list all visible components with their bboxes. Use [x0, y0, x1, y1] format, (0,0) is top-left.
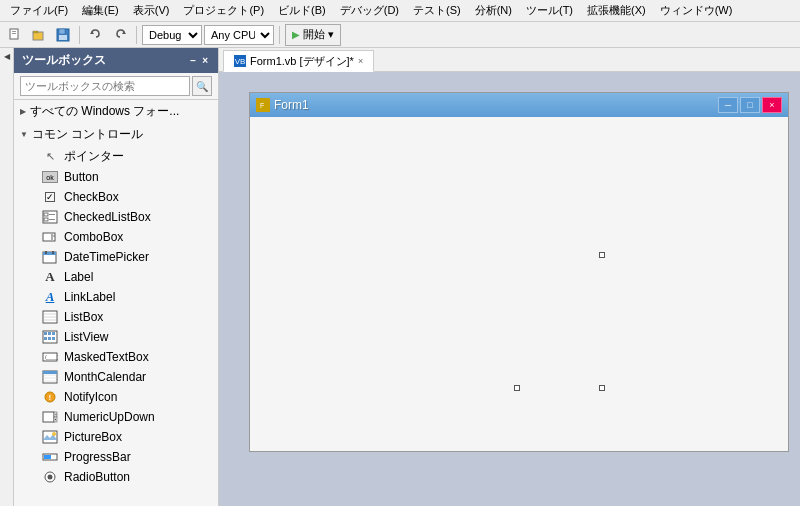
toolbox-item-label: RadioButton: [64, 470, 130, 484]
design-surface[interactable]: F Form1 ─ □ ×: [219, 72, 800, 506]
svg-rect-31: [48, 337, 51, 340]
tab-close-button[interactable]: ×: [358, 56, 363, 66]
toolbox-item-notifyicon[interactable]: ! NotifyIcon: [14, 387, 218, 407]
main-content: VB Form1.vb [デザイン]* × F Form1 ─ □ ×: [219, 48, 800, 506]
label-icon: A: [42, 269, 58, 285]
svg-rect-7: [59, 35, 67, 40]
monthcalendar-icon: [42, 369, 58, 385]
checkbox-icon: ✓: [42, 189, 58, 205]
svg-rect-42: [43, 412, 54, 422]
button-icon: ok: [42, 169, 58, 185]
progressbar-icon: [42, 449, 58, 465]
toolbox-item-button[interactable]: ok Button: [14, 167, 218, 187]
svg-marker-9: [122, 31, 126, 34]
form-close-button[interactable]: ×: [762, 97, 782, 113]
menu-ファイル[interactable]: ファイル(F): [4, 1, 74, 20]
toolbox-item-label: ポインター: [64, 148, 124, 165]
form-window[interactable]: F Form1 ─ □ ×: [249, 92, 789, 452]
svg-text:(___): (___): [45, 354, 58, 360]
listview-icon: [42, 329, 58, 345]
redo-button[interactable]: [109, 24, 131, 46]
toolbar-separator-3: [279, 26, 280, 44]
start-dropdown-arrow[interactable]: ▾: [328, 28, 334, 41]
svg-rect-36: [43, 371, 57, 374]
section-label-common: コモン コントロール: [32, 126, 143, 143]
toolbox-item-progressbar[interactable]: ProgressBar: [14, 447, 218, 467]
toolbox-item-monthcalendar[interactable]: MonthCalendar: [14, 367, 218, 387]
start-label: 開始: [303, 27, 325, 42]
toolbox-item-label[interactable]: A Label: [14, 267, 218, 287]
menu-ウィンドウ[interactable]: ウィンドウ(W): [654, 1, 739, 20]
toolbox-item-label: Label: [64, 270, 93, 284]
toolbox-item-checkbox[interactable]: ✓ CheckBox: [14, 187, 218, 207]
menu-編集[interactable]: 編集(E): [76, 1, 125, 20]
toolbox-pin-button[interactable]: −: [188, 55, 198, 66]
toolbox-item-combobox[interactable]: ComboBox: [14, 227, 218, 247]
form-minimize-button[interactable]: ─: [718, 97, 738, 113]
combobox-icon: [42, 229, 58, 245]
toolbox-item-checkedlistbox[interactable]: CheckedListBox: [14, 207, 218, 227]
undo-button[interactable]: [85, 24, 107, 46]
start-button[interactable]: ▶ 開始 ▾: [285, 24, 341, 46]
toolbar-separator-2: [136, 26, 137, 44]
tab-form1-design[interactable]: VB Form1.vb [デザイン]* ×: [223, 50, 374, 72]
menu-ツール[interactable]: ツール(T): [520, 1, 579, 20]
menu-分析[interactable]: 分析(N): [469, 1, 518, 20]
maskedtextbox-icon: (___): [42, 349, 58, 365]
toolbox-section-common[interactable]: ▼ コモン コントロール: [14, 123, 218, 146]
search-icon-button[interactable]: 🔍: [192, 76, 212, 96]
menu-表示[interactable]: 表示(V): [127, 1, 176, 20]
svg-text:F: F: [260, 102, 264, 109]
form-resize-handle-right[interactable]: [599, 252, 605, 258]
section-arrow-all-windows: ▶: [20, 107, 26, 116]
toolbox-item-label: LinkLabel: [64, 290, 115, 304]
menu-デバッグ[interactable]: デバッグ(D): [334, 1, 405, 20]
toolbox-item-label: NotifyIcon: [64, 390, 117, 404]
menu-ビルド[interactable]: ビルド(B): [272, 1, 332, 20]
toolbox-item-label: DateTimePicker: [64, 250, 149, 264]
form-maximize-button[interactable]: □: [740, 97, 760, 113]
toolbox-item-listview[interactable]: ListView: [14, 327, 218, 347]
toolbox-section-all-windows[interactable]: ▶ すべての Windows フォー...: [14, 100, 218, 123]
toolbox-item-linklabel[interactable]: A LinkLabel: [14, 287, 218, 307]
new-project-button[interactable]: [4, 24, 26, 46]
toolbar: Debug Release Any CPU x86 x64 ▶ 開始 ▾: [0, 22, 800, 48]
main-layout: ◀ ツールボックス − × 🔍 ▶ すべての Windows フォー... ▼ …: [0, 48, 800, 506]
toolbox-item-pointer[interactable]: ↖ ポインター: [14, 146, 218, 167]
left-strip: ◀: [0, 48, 14, 506]
toolbox-close-button[interactable]: ×: [200, 55, 210, 66]
toolbox-item-label: ListBox: [64, 310, 103, 324]
svg-rect-1: [12, 31, 16, 32]
svg-marker-8: [90, 31, 94, 34]
toolbox-item-numericupdown[interactable]: NumericUpDown: [14, 407, 218, 427]
open-file-button[interactable]: [28, 24, 50, 46]
toolbar-separator-1: [79, 26, 80, 44]
form-resize-handle-bottom[interactable]: [514, 385, 520, 391]
toolbox-item-datetimepicker[interactable]: DateTimePicker: [14, 247, 218, 267]
toolbox-item-radiobutton[interactable]: RadioButton: [14, 467, 218, 487]
toolbox-item-listbox[interactable]: ListBox: [14, 307, 218, 327]
section-label-all-windows: すべての Windows フォー...: [30, 103, 179, 120]
svg-rect-27: [44, 332, 47, 335]
toolbox-item-label: ComboBox: [64, 230, 123, 244]
save-button[interactable]: [52, 24, 74, 46]
menu-拡張機能[interactable]: 拡張機能(X): [581, 1, 652, 20]
form-title-bar: F Form1 ─ □ ×: [250, 93, 788, 117]
debug-config-select[interactable]: Debug Release: [142, 25, 202, 45]
form-title-text: Form1: [270, 98, 718, 112]
toolbox-search-input[interactable]: [20, 76, 190, 96]
svg-rect-51: [44, 455, 51, 459]
toolbox-item-picturebox[interactable]: PictureBox: [14, 427, 218, 447]
menu-テスト[interactable]: テスト(S): [407, 1, 467, 20]
toolbox-item-label: ProgressBar: [64, 450, 131, 464]
listbox-icon: [42, 309, 58, 325]
form-resize-handle-corner[interactable]: [599, 385, 605, 391]
svg-rect-6: [59, 29, 65, 34]
section-arrow-common: ▼: [20, 130, 28, 139]
toolbox-panel: ツールボックス − × 🔍 ▶ すべての Windows フォー... ▼ コモ…: [14, 48, 219, 506]
menu-プロジェクト[interactable]: プロジェクト(P): [177, 1, 270, 20]
picturebox-icon: [42, 429, 58, 445]
cpu-config-select[interactable]: Any CPU x86 x64: [204, 25, 274, 45]
toolbox-item-maskedtextbox[interactable]: (___) MaskedTextBox: [14, 347, 218, 367]
left-strip-arrow[interactable]: ◀: [2, 52, 11, 61]
